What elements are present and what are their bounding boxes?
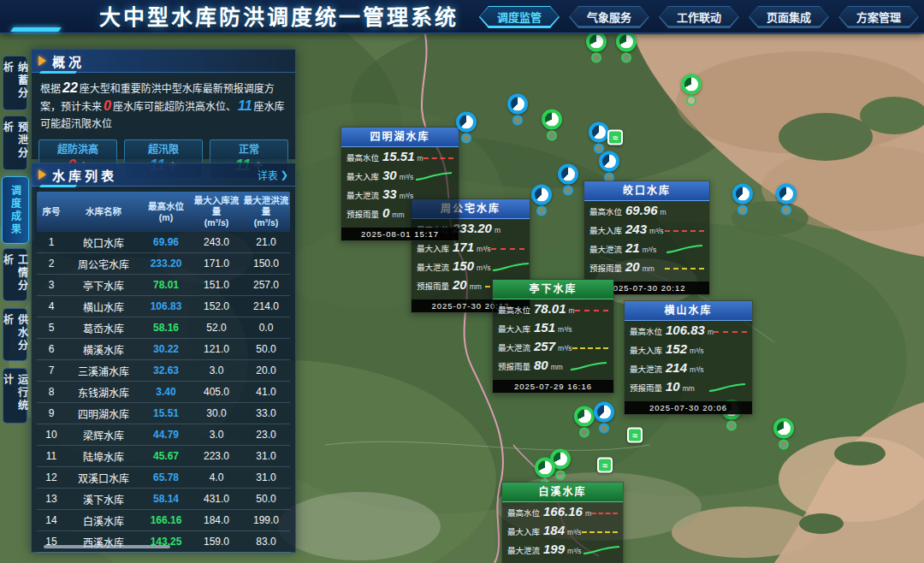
nav-button[interactable]: 方案管理 <box>838 6 919 28</box>
sparkline <box>582 543 621 559</box>
table-row[interactable]: 9 四明湖水库 15.51 30.0 33.0 <box>37 403 290 424</box>
reservoir-marker[interactable] <box>776 184 797 216</box>
pie-marker-icon <box>589 122 609 143</box>
table-row[interactable]: 12 双溪口水库 65.78 4.0 31.0 <box>37 467 290 489</box>
popup-row-value: 166.16 <box>543 504 583 519</box>
reservoir-marker[interactable] <box>599 151 619 183</box>
nav-button[interactable]: 页面集成 <box>749 6 829 28</box>
sidebar-tab[interactable]: 调度成果 <box>2 176 29 244</box>
pie-marker-icon <box>586 32 607 52</box>
reservoir-marker[interactable] <box>681 74 702 106</box>
sparkline <box>708 381 747 396</box>
reservoir-marker[interactable] <box>586 32 607 63</box>
cell-max-level: 45.67 <box>141 450 191 462</box>
reservoir-marker[interactable] <box>616 32 637 63</box>
cell-max-inflow: 405.0 <box>191 386 242 398</box>
sidebar-tab[interactable]: 预泄分析 <box>3 116 27 170</box>
nav-button[interactable]: 调度监管 <box>479 6 560 28</box>
cell-name: 陆埠水库 <box>66 449 141 464</box>
sidebar-tab[interactable]: 纳蓄分析 <box>3 56 27 110</box>
reservoir-marker[interactable] <box>542 110 562 141</box>
reservoir-marker[interactable] <box>732 184 753 216</box>
detail-table-link[interactable]: 详表 ❯ <box>258 168 288 182</box>
sidebar-tab-label: 供水分析 <box>1 309 30 360</box>
table-row[interactable]: 7 三溪浦水库 32.63 3.0 20.0 <box>37 360 290 382</box>
table-row[interactable]: 3 亭下水库 78.01 151.0 257.0 <box>37 275 290 296</box>
popup-row-value: 184 <box>543 523 565 537</box>
table-row[interactable]: 8 东钱湖水库 3.40 405.0 41.0 <box>37 382 290 403</box>
reservoir-marker[interactable] <box>456 112 477 144</box>
count-over-flood: 0 <box>102 98 113 113</box>
reservoir-marker[interactable] <box>574 406 595 438</box>
popup-row-value: 78.01 <box>534 301 566 316</box>
sparkline <box>665 230 704 232</box>
sparkline <box>575 310 608 311</box>
reservoir-marker[interactable] <box>773 418 794 450</box>
popup-row-label: 最高水位 <box>630 325 662 337</box>
table-row[interactable]: 15 西溪水库 143.25 159.0 83.0 <box>37 531 290 553</box>
table-row[interactable]: 6 横溪水库 30.22 121.0 50.0 <box>37 339 290 360</box>
popup-row: 最大泄流 21 m³/s <box>584 240 709 259</box>
overview-title: 概况 <box>52 52 85 70</box>
cell-name: 双溪口水库 <box>66 471 141 485</box>
popup-row-label: 最高水位 <box>346 151 379 163</box>
sparkline <box>569 359 608 375</box>
popup-row-label: 预报雨量 <box>589 262 622 274</box>
popup-row-label: 最大泄流 <box>507 544 540 556</box>
pie-marker-icon <box>599 151 619 172</box>
cell-no: 14 <box>37 514 66 526</box>
nav-button[interactable]: 气象服务 <box>569 6 649 28</box>
popup-title: 亭下水库 <box>493 280 613 299</box>
table-row[interactable]: 2 周公宅水库 233.20 171.0 150.0 <box>37 253 290 275</box>
section-arrow-icon <box>38 56 46 66</box>
popup-row-label: 最大入库 <box>498 323 530 335</box>
cell-max-outflow: 33.0 <box>242 407 290 419</box>
popup-row-label: 预报雨量 <box>346 208 379 220</box>
table-row[interactable]: 11 陆埠水库 45.67 223.0 31.0 <box>37 446 290 467</box>
reservoir-marker[interactable]: ≈ <box>597 458 613 473</box>
cell-max-outflow: 50.0 <box>242 493 290 505</box>
popup-row: 最大泄流 257 m³/s <box>493 339 613 358</box>
pie-marker-icon <box>776 184 797 204</box>
sidebar-tab[interactable]: 运行统计 <box>3 368 27 424</box>
reservoir-marker[interactable] <box>507 94 528 126</box>
popup-row-unit: m <box>708 328 714 336</box>
reservoir-marker[interactable] <box>558 164 578 196</box>
table-row[interactable]: 4 横山水库 106.83 152.0 214.0 <box>37 296 290 317</box>
popup-row-value: 171 <box>453 240 474 254</box>
cell-max-inflow: 159.0 <box>191 536 242 548</box>
popup-row-unit: mm <box>643 264 654 273</box>
sidebar-tab[interactable]: 供水分析 <box>3 308 27 361</box>
cell-max-inflow: 431.0 <box>191 493 242 505</box>
table-row[interactable]: 1 皎口水库 69.96 243.0 21.0 <box>37 232 290 253</box>
cell-name: 葛岙水库 <box>66 321 141 335</box>
table-row[interactable]: 5 葛岙水库 58.16 52.0 0.0 <box>37 317 290 339</box>
marker-pin-icon <box>726 421 737 431</box>
table-row[interactable]: 13 溪下水库 58.14 431.0 50.0 <box>37 489 290 510</box>
table-row[interactable]: 14 白溪水库 166.16 184.0 199.0 <box>37 510 290 531</box>
reservoir-marker[interactable] <box>594 402 614 434</box>
cell-max-outflow: 0.0 <box>242 322 290 334</box>
table-scrollbar[interactable] <box>44 545 170 548</box>
header-accent-bar <box>10 27 62 32</box>
popup-row-unit: m³/s <box>558 325 572 334</box>
popup-body: 最高水位 69.96 m 最大入库 243 m³/s 最大泄流 21 m³/s … <box>584 201 709 280</box>
marker-pin-icon <box>461 133 471 144</box>
cell-max-level: 166.16 <box>141 514 191 526</box>
reservoir-marker[interactable]: ≈ <box>607 130 623 145</box>
sidebar-tab[interactable]: 工情分析 <box>3 248 27 301</box>
nav-button-label: 页面集成 <box>767 9 811 25</box>
popup-row-unit: m³/s <box>477 245 491 253</box>
popup-row-unit: m³/s <box>567 547 582 555</box>
nav-button[interactable]: 工作联动 <box>659 6 739 28</box>
cell-max-inflow: 52.0 <box>191 322 242 334</box>
sparkline <box>591 513 618 514</box>
reservoir-marker[interactable]: ≈ <box>627 428 643 443</box>
marker-pin-icon <box>591 53 601 63</box>
cell-max-inflow: 4.0 <box>191 471 242 483</box>
table-row[interactable]: 10 梁辉水库 44.79 3.0 23.0 <box>37 424 290 446</box>
reservoir-marker[interactable] <box>531 185 552 216</box>
cell-name: 横溪水库 <box>66 342 141 357</box>
cell-max-inflow: 152.0 <box>191 300 242 312</box>
reservoir-marker[interactable] <box>589 122 609 154</box>
